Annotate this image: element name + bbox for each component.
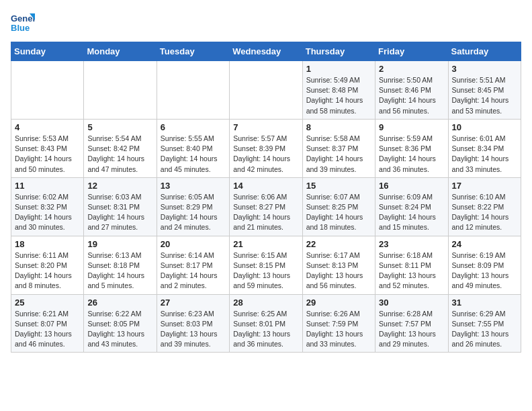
calendar-cell: 5Sunrise: 5:54 AMSunset: 8:42 PMDaylight… xyxy=(84,119,157,177)
day-info: Sunrise: 6:14 AMSunset: 8:17 PMDaylight:… xyxy=(161,250,226,291)
calendar-cell: 4Sunrise: 5:53 AMSunset: 8:43 PMDaylight… xyxy=(11,119,84,177)
day-number: 12 xyxy=(87,181,152,191)
day-number: 24 xyxy=(452,239,517,249)
day-number: 23 xyxy=(379,239,444,249)
calendar-cell: 23Sunrise: 6:18 AMSunset: 8:11 PMDayligh… xyxy=(375,236,448,294)
calendar-cell: 6Sunrise: 5:55 AMSunset: 8:40 PMDaylight… xyxy=(157,119,229,177)
day-number: 27 xyxy=(161,298,226,308)
calendar-cell: 10Sunrise: 6:01 AMSunset: 8:34 PMDayligh… xyxy=(448,119,521,177)
calendar-cell xyxy=(230,61,302,120)
day-info: Sunrise: 6:22 AMSunset: 8:05 PMDaylight:… xyxy=(87,309,152,350)
day-number: 21 xyxy=(233,239,298,249)
calendar-cell: 27Sunrise: 6:23 AMSunset: 8:03 PMDayligh… xyxy=(157,294,229,353)
day-info: Sunrise: 6:07 AMSunset: 8:25 PMDaylight:… xyxy=(306,192,371,233)
calendar-cell: 17Sunrise: 6:10 AMSunset: 8:22 PMDayligh… xyxy=(448,177,521,236)
day-number: 16 xyxy=(379,181,444,191)
day-info: Sunrise: 6:15 AMSunset: 8:15 PMDaylight:… xyxy=(233,250,298,291)
calendar-cell: 14Sunrise: 6:06 AMSunset: 8:27 PMDayligh… xyxy=(230,177,302,236)
day-number: 14 xyxy=(233,181,298,191)
day-number: 17 xyxy=(452,181,517,191)
day-number: 1 xyxy=(306,64,371,74)
day-info: Sunrise: 5:55 AMSunset: 8:40 PMDaylight:… xyxy=(161,134,226,175)
day-info: Sunrise: 6:29 AMSunset: 7:55 PMDaylight:… xyxy=(452,309,517,350)
day-number: 18 xyxy=(15,239,80,249)
calendar-cell xyxy=(11,61,84,120)
day-number: 9 xyxy=(379,122,444,132)
day-number: 26 xyxy=(87,298,152,308)
weekday-header-saturday: Saturday xyxy=(448,42,521,61)
day-info: Sunrise: 6:26 AMSunset: 7:59 PMDaylight:… xyxy=(306,309,371,350)
calendar-cell: 2Sunrise: 5:50 AMSunset: 8:46 PMDaylight… xyxy=(375,61,448,120)
calendar-cell: 25Sunrise: 6:21 AMSunset: 8:07 PMDayligh… xyxy=(11,294,84,353)
day-info: Sunrise: 6:21 AMSunset: 8:07 PMDaylight:… xyxy=(15,309,80,350)
day-info: Sunrise: 5:58 AMSunset: 8:37 PMDaylight:… xyxy=(306,134,371,175)
calendar-cell xyxy=(84,61,157,120)
day-info: Sunrise: 5:53 AMSunset: 8:43 PMDaylight:… xyxy=(15,134,80,175)
day-info: Sunrise: 6:11 AMSunset: 8:20 PMDaylight:… xyxy=(15,250,80,291)
calendar-cell: 26Sunrise: 6:22 AMSunset: 8:05 PMDayligh… xyxy=(84,294,157,353)
calendar-cell: 15Sunrise: 6:07 AMSunset: 8:25 PMDayligh… xyxy=(302,177,375,236)
day-info: Sunrise: 5:50 AMSunset: 8:46 PMDaylight:… xyxy=(379,75,444,116)
day-number: 11 xyxy=(15,181,80,191)
calendar-cell: 20Sunrise: 6:14 AMSunset: 8:17 PMDayligh… xyxy=(157,236,229,294)
day-info: Sunrise: 6:05 AMSunset: 8:29 PMDaylight:… xyxy=(161,192,226,233)
calendar-cell: 31Sunrise: 6:29 AMSunset: 7:55 PMDayligh… xyxy=(448,294,521,353)
calendar-cell: 11Sunrise: 6:02 AMSunset: 8:32 PMDayligh… xyxy=(11,177,84,236)
day-number: 6 xyxy=(161,122,226,132)
calendar-cell: 21Sunrise: 6:15 AMSunset: 8:15 PMDayligh… xyxy=(230,236,302,294)
day-info: Sunrise: 5:57 AMSunset: 8:39 PMDaylight:… xyxy=(233,134,298,175)
calendar-cell: 28Sunrise: 6:25 AMSunset: 8:01 PMDayligh… xyxy=(230,294,302,353)
day-info: Sunrise: 6:18 AMSunset: 8:11 PMDaylight:… xyxy=(379,250,444,291)
day-info: Sunrise: 6:01 AMSunset: 8:34 PMDaylight:… xyxy=(452,134,517,175)
weekday-header-wednesday: Wednesday xyxy=(230,42,302,61)
weekday-header-friday: Friday xyxy=(375,42,448,61)
calendar-cell: 7Sunrise: 5:57 AMSunset: 8:39 PMDaylight… xyxy=(230,119,302,177)
calendar-cell: 9Sunrise: 5:59 AMSunset: 8:36 PMDaylight… xyxy=(375,119,448,177)
day-number: 5 xyxy=(87,122,152,132)
logo-icon: General Blue xyxy=(11,11,35,35)
day-info: Sunrise: 5:54 AMSunset: 8:42 PMDaylight:… xyxy=(87,134,152,175)
calendar-cell: 8Sunrise: 5:58 AMSunset: 8:37 PMDaylight… xyxy=(302,119,375,177)
calendar-table: SundayMondayTuesdayWednesdayThursdayFrid… xyxy=(11,42,521,353)
day-info: Sunrise: 6:06 AMSunset: 8:27 PMDaylight:… xyxy=(233,192,298,233)
calendar-cell: 16Sunrise: 6:09 AMSunset: 8:24 PMDayligh… xyxy=(375,177,448,236)
day-number: 15 xyxy=(306,181,371,191)
day-info: Sunrise: 5:49 AMSunset: 8:48 PMDaylight:… xyxy=(306,75,371,116)
day-info: Sunrise: 6:25 AMSunset: 8:01 PMDaylight:… xyxy=(233,309,298,350)
day-info: Sunrise: 5:59 AMSunset: 8:36 PMDaylight:… xyxy=(379,134,444,175)
calendar-cell: 24Sunrise: 6:19 AMSunset: 8:09 PMDayligh… xyxy=(448,236,521,294)
calendar-cell: 1Sunrise: 5:49 AMSunset: 8:48 PMDaylight… xyxy=(302,61,375,120)
day-info: Sunrise: 6:23 AMSunset: 8:03 PMDaylight:… xyxy=(161,309,226,350)
header: General Blue xyxy=(11,11,521,35)
day-number: 31 xyxy=(452,298,517,308)
day-number: 3 xyxy=(452,64,517,74)
day-number: 2 xyxy=(379,64,444,74)
calendar-cell: 13Sunrise: 6:05 AMSunset: 8:29 PMDayligh… xyxy=(157,177,229,236)
day-info: Sunrise: 6:28 AMSunset: 7:57 PMDaylight:… xyxy=(379,309,444,350)
day-info: Sunrise: 6:17 AMSunset: 8:13 PMDaylight:… xyxy=(306,250,371,291)
calendar-cell: 29Sunrise: 6:26 AMSunset: 7:59 PMDayligh… xyxy=(302,294,375,353)
logo: General Blue xyxy=(11,11,35,35)
day-number: 19 xyxy=(87,239,152,249)
day-number: 29 xyxy=(306,298,371,308)
day-number: 7 xyxy=(233,122,298,132)
svg-text:Blue: Blue xyxy=(11,23,30,33)
day-number: 20 xyxy=(161,239,226,249)
day-number: 13 xyxy=(161,181,226,191)
calendar-cell: 30Sunrise: 6:28 AMSunset: 7:57 PMDayligh… xyxy=(375,294,448,353)
day-info: Sunrise: 6:10 AMSunset: 8:22 PMDaylight:… xyxy=(452,192,517,233)
day-info: Sunrise: 6:19 AMSunset: 8:09 PMDaylight:… xyxy=(452,250,517,291)
weekday-header-thursday: Thursday xyxy=(302,42,375,61)
day-number: 25 xyxy=(15,298,80,308)
weekday-header-sunday: Sunday xyxy=(11,42,84,61)
day-info: Sunrise: 6:13 AMSunset: 8:18 PMDaylight:… xyxy=(87,250,152,291)
calendar-cell: 12Sunrise: 6:03 AMSunset: 8:31 PMDayligh… xyxy=(84,177,157,236)
day-info: Sunrise: 6:09 AMSunset: 8:24 PMDaylight:… xyxy=(379,192,444,233)
calendar-cell: 3Sunrise: 5:51 AMSunset: 8:45 PMDaylight… xyxy=(448,61,521,120)
day-number: 22 xyxy=(306,239,371,249)
day-info: Sunrise: 6:03 AMSunset: 8:31 PMDaylight:… xyxy=(87,192,152,233)
day-number: 8 xyxy=(306,122,371,132)
day-number: 4 xyxy=(15,122,80,132)
calendar-cell xyxy=(157,61,229,120)
weekday-header-tuesday: Tuesday xyxy=(157,42,229,61)
